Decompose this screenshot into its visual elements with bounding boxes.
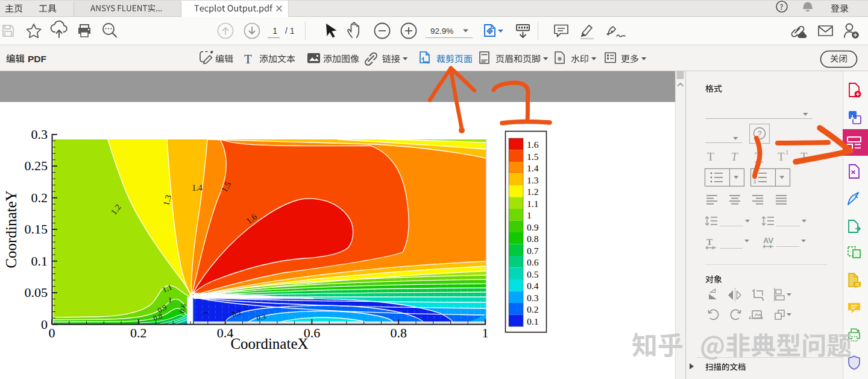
svg-text:1: 1: [482, 325, 489, 340]
svg-text:T: T: [707, 150, 714, 163]
svg-text:0.3: 0.3: [527, 293, 539, 303]
svg-text:1.4: 1.4: [527, 163, 539, 173]
svg-text:T: T: [706, 237, 712, 247]
svg-text:0.1: 0.1: [527, 316, 538, 326]
svg-text:0.9: 0.9: [527, 222, 539, 232]
svg-text:1: 1: [201, 311, 210, 315]
svg-text:0.1: 0.1: [31, 253, 48, 269]
svg-text:PDF: PDF: [28, 54, 46, 64]
svg-text:0.8: 0.8: [527, 234, 539, 244]
svg-text:0.2: 0.2: [130, 325, 147, 340]
svg-text:AV: AV: [763, 236, 773, 245]
svg-text:0.25: 0.25: [25, 158, 48, 173]
svg-text:T: T: [244, 52, 252, 66]
svg-text:/ 1: / 1: [285, 26, 295, 36]
svg-text:1.4: 1.4: [192, 183, 203, 193]
svg-text:1.1: 1.1: [527, 199, 538, 209]
svg-text:0.2: 0.2: [527, 304, 538, 314]
svg-text:0: 0: [49, 325, 55, 340]
svg-text:CoordinateX: CoordinateX: [230, 336, 308, 352]
svg-text:0.05: 0.05: [25, 285, 48, 300]
svg-text:1.3: 1.3: [527, 175, 539, 185]
svg-text:T: T: [778, 150, 785, 163]
svg-text:0.15: 0.15: [25, 221, 48, 237]
svg-text:3: 3: [753, 180, 756, 184]
svg-text:1: 1: [272, 26, 277, 36]
svg-text:0: 0: [41, 317, 48, 332]
svg-text:0.3: 0.3: [31, 127, 48, 142]
svg-text:1: 1: [527, 210, 532, 220]
svg-text:1.5: 1.5: [527, 151, 539, 162]
svg-text:0.4: 0.4: [527, 281, 539, 291]
svg-text:92.9%: 92.9%: [430, 27, 453, 36]
svg-text:CoordinateY: CoordinateY: [3, 190, 19, 268]
svg-text:1: 1: [168, 295, 172, 304]
svg-text:1: 1: [785, 148, 789, 156]
svg-text:T: T: [731, 150, 738, 163]
svg-text:1.6: 1.6: [527, 139, 539, 150]
svg-text:0.7: 0.7: [527, 246, 539, 256]
svg-text:0.8: 0.8: [390, 325, 407, 340]
svg-text:0.5: 0.5: [527, 269, 539, 279]
svg-text:0.2: 0.2: [31, 190, 48, 205]
svg-text:0.6: 0.6: [527, 257, 539, 267]
svg-text:1.2: 1.2: [527, 186, 538, 197]
